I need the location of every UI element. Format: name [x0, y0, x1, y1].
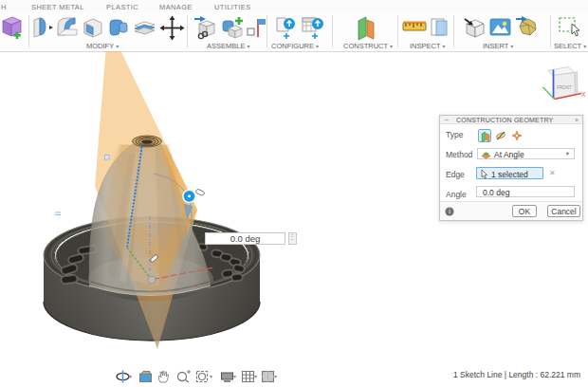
- svg-text:i: i: [449, 208, 450, 215]
- svg-text:FRONT: FRONT: [557, 85, 572, 90]
- svg-text:X: X: [581, 91, 586, 98]
